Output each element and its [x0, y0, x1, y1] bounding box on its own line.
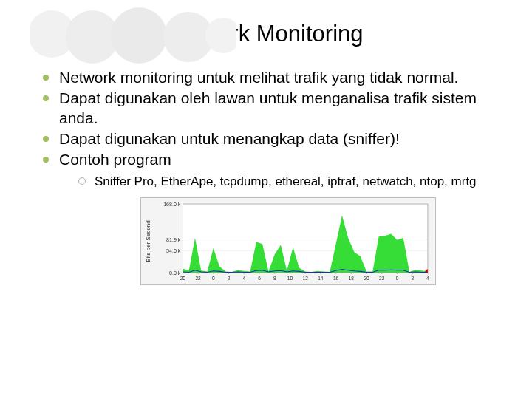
chart-svg: 168.0 k81.9 k54.0 k0.0 k2022024681012141…: [156, 201, 432, 283]
svg-text:20: 20: [364, 276, 369, 281]
svg-text:4: 4: [242, 276, 245, 281]
svg-text:14: 14: [318, 276, 324, 281]
svg-text:12: 12: [303, 276, 309, 281]
chart-y-axis-label-container: Bits per Second: [141, 198, 154, 284]
bullet-text: Contoh program: [59, 151, 171, 168]
svg-text:20: 20: [180, 276, 186, 281]
svg-text:6: 6: [258, 276, 261, 281]
svg-text:0: 0: [396, 276, 399, 281]
svg-text:16: 16: [333, 276, 339, 281]
svg-text:2: 2: [411, 276, 414, 281]
bullet-item: Dapat digunakan untuk menangkap data (sn…: [43, 129, 502, 149]
chart-plot-area: 168.0 k81.9 k54.0 k0.0 k2022024681012141…: [154, 198, 435, 284]
svg-text:54.0 k: 54.0 k: [166, 248, 181, 253]
chart-y-axis-label: Bits per Second: [145, 220, 151, 262]
svg-text:8: 8: [273, 276, 276, 281]
svg-text:22: 22: [195, 276, 201, 281]
sub-bullet-list: Sniffer Pro, EtherApe, tcpdump, ethereal…: [59, 169, 502, 189]
bullet-item: Contoh program Sniffer Pro, EtherApe, tc…: [43, 150, 502, 190]
svg-text:22: 22: [379, 276, 385, 281]
svg-text:10: 10: [287, 276, 293, 281]
svg-text:0.0 k: 0.0 k: [169, 270, 181, 276]
traffic-chart: Bits per Second 168.0 k81.9 k54.0 k0.0 k…: [140, 197, 436, 285]
slide-title: Penggunaan Network Monitoring: [30, 21, 502, 47]
sub-bullet-item: Sniffer Pro, EtherApe, tcpdump, ethereal…: [78, 174, 502, 189]
svg-text:2: 2: [228, 276, 231, 281]
bullet-item: Network monitoring untuk melihat trafik …: [43, 68, 502, 87]
svg-text:4: 4: [426, 276, 429, 281]
svg-text:18: 18: [349, 276, 355, 281]
bullet-list: Network monitoring untuk melihat trafik …: [30, 68, 502, 190]
svg-text:81.9 k: 81.9 k: [166, 236, 181, 242]
svg-text:168.0 k: 168.0 k: [163, 202, 181, 207]
bullet-item: Dapat digunakan oleh lawan untuk mengana…: [43, 89, 502, 128]
svg-text:0: 0: [212, 276, 215, 281]
